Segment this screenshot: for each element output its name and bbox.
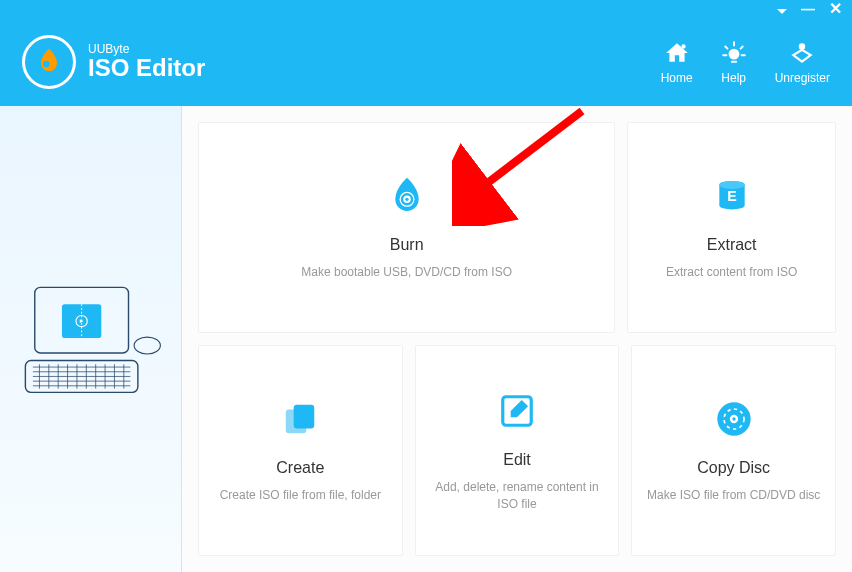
close-icon[interactable]: ✕ (829, 1, 842, 17)
home-icon (664, 39, 690, 67)
svg-point-2 (800, 44, 804, 48)
svg-rect-31 (294, 405, 315, 429)
svg-point-7 (134, 337, 160, 354)
card-burn[interactable]: Burn Make bootable USB, DVD/CD from ISO (198, 122, 615, 333)
nav-home-label: Home (661, 71, 693, 85)
app-logo-icon (22, 35, 76, 89)
menu-dropdown-icon[interactable] (777, 2, 787, 16)
app-header: UUByte ISO Editor Home Help Unregister (0, 18, 852, 106)
card-burn-desc: Make bootable USB, DVD/CD from ISO (301, 264, 512, 281)
unregister-icon (789, 39, 815, 67)
card-extract[interactable]: E Extract Extract content from ISO (627, 122, 836, 333)
app-title: ISO Editor (88, 54, 205, 82)
card-create-desc: Create ISO file from file, folder (220, 487, 381, 504)
card-create[interactable]: Create Create ISO file from file, folder (198, 345, 403, 556)
card-edit-desc: Add, delete, rename content in ISO file (430, 479, 605, 513)
header-nav: Home Help Unregister (661, 39, 830, 85)
svg-point-0 (681, 44, 685, 48)
sidebar-illustration (0, 106, 182, 572)
svg-point-26 (405, 198, 408, 201)
svg-text:E: E (727, 188, 737, 204)
content-grid: Burn Make bootable USB, DVD/CD from ISO … (182, 106, 852, 572)
svg-point-1 (728, 49, 739, 60)
help-icon (721, 39, 747, 67)
card-extract-title: Extract (707, 236, 757, 254)
card-copydisc-title: Copy Disc (697, 459, 770, 477)
extract-icon: E (713, 174, 751, 218)
window-titlebar: — ✕ (0, 0, 852, 18)
app-brand: UUByte ISO Editor (22, 35, 205, 89)
svg-point-36 (732, 417, 735, 420)
card-extract-desc: Extract content from ISO (666, 264, 797, 281)
card-burn-title: Burn (390, 236, 424, 254)
nav-help-label: Help (721, 71, 746, 85)
card-copydisc[interactable]: Copy Disc Make ISO file from CD/DVD disc (631, 345, 836, 556)
copydisc-icon (714, 397, 754, 441)
card-copydisc-desc: Make ISO file from CD/DVD disc (647, 487, 820, 504)
card-edit[interactable]: Edit Add, delete, rename content in ISO … (415, 345, 620, 556)
create-icon (281, 397, 319, 441)
nav-unregister[interactable]: Unregister (775, 39, 830, 85)
edit-icon (498, 389, 536, 433)
minimize-icon[interactable]: — (801, 2, 815, 16)
card-create-title: Create (276, 459, 324, 477)
nav-help[interactable]: Help (721, 39, 747, 85)
card-edit-title: Edit (503, 451, 531, 469)
burn-icon (387, 174, 427, 218)
main-area: Burn Make bootable USB, DVD/CD from ISO … (0, 106, 852, 572)
nav-unregister-label: Unregister (775, 71, 830, 85)
nav-home[interactable]: Home (661, 39, 693, 85)
